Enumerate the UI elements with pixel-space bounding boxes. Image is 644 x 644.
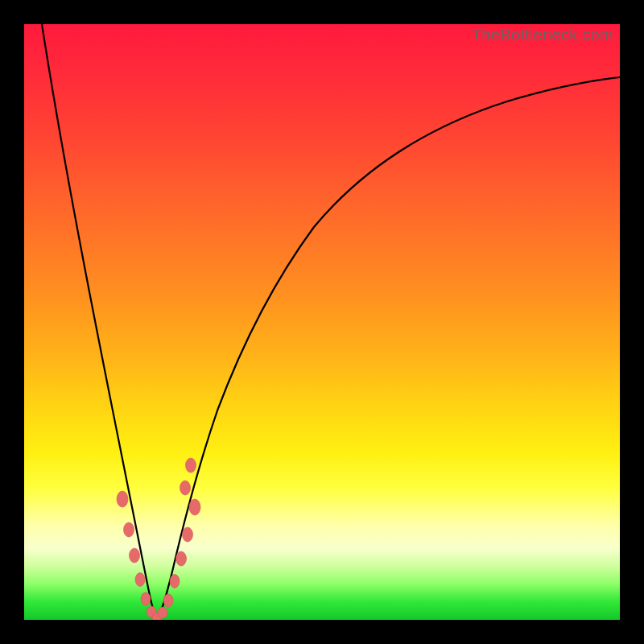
bead-marker: [135, 573, 145, 587]
bead-marker: [124, 522, 134, 537]
bead-marker: [183, 527, 193, 542]
bead-marker: [163, 594, 173, 607]
bead-marker: [170, 575, 180, 588]
bead-marker: [117, 491, 128, 507]
bead-marker: [180, 481, 191, 495]
bottleneck-curve: [24, 24, 620, 620]
bead-marker: [176, 551, 187, 566]
bead-cluster: [117, 458, 200, 620]
bead-marker: [189, 499, 200, 515]
chart-frame: TheBottleneck.com: [0, 0, 644, 644]
bead-marker: [158, 607, 167, 618]
plot-area: TheBottleneck.com: [24, 24, 620, 620]
bead-marker: [141, 592, 151, 605]
bead-marker: [130, 548, 140, 563]
bead-marker: [186, 458, 196, 473]
